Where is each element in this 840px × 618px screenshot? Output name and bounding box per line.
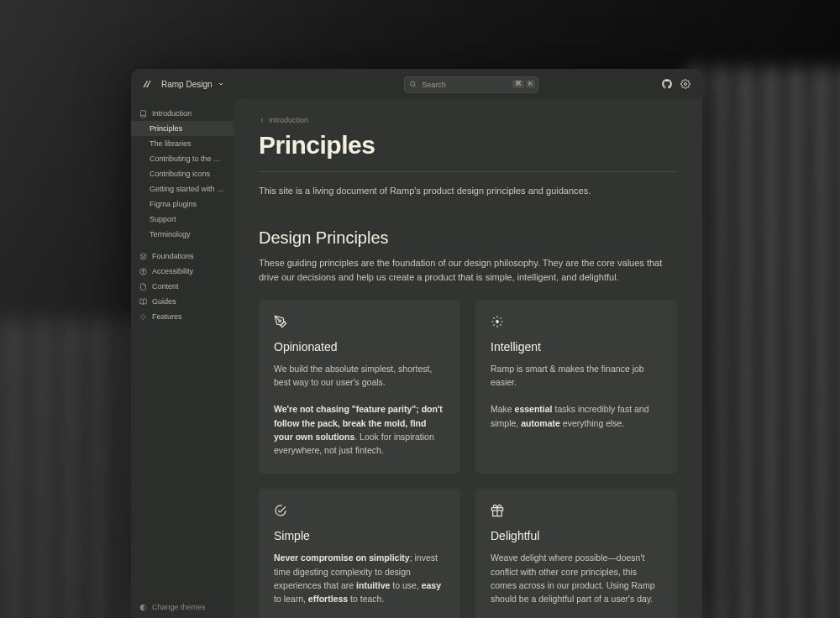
sidebar-item-libraries[interactable]: The libraries (131, 136, 234, 151)
search-wrap: ⌘ K (404, 76, 538, 93)
card-title: Opinionated (274, 340, 445, 354)
sidebar-item-getting-started-figma[interactable]: Getting started with Figm… (131, 181, 234, 196)
book-icon (139, 110, 147, 118)
card-title: Simple (274, 529, 445, 542)
sidebar-group-label: Introduction (152, 109, 192, 118)
svg-point-0 (411, 81, 415, 86)
card-body: Never compromise on simplicity; invest t… (274, 551, 445, 605)
card-title: Intelligent (491, 340, 662, 354)
sidebar-group-features[interactable]: Features (131, 309, 234, 324)
github-icon[interactable] (660, 77, 674, 91)
app-window: Ramp Design ⌘ K (131, 69, 702, 618)
topbar: Ramp Design ⌘ K (131, 69, 702, 99)
kbd-k: K (526, 80, 535, 88)
sidebar-group-foundations[interactable]: Foundations (131, 249, 234, 264)
sidebar-group-label: Guides (152, 297, 176, 306)
section-description: These guiding principles are the foundat… (259, 256, 677, 285)
sidebar-group-accessibility[interactable]: Accessibility (131, 264, 234, 279)
theme-switcher-label: Change themes (152, 603, 206, 611)
svg-line-1 (414, 86, 416, 87)
page-intro: This site is a living document of Ramp's… (259, 184, 677, 198)
sidebar-group-label: Accessibility (152, 267, 193, 275)
workspace-switcher[interactable]: Ramp Design (161, 80, 224, 89)
sidebar-group-label: Foundations (152, 252, 194, 260)
document-icon (139, 283, 147, 291)
sidebar-group-label: Features (152, 312, 182, 321)
sidebar-item-terminology[interactable]: Terminology (131, 227, 234, 242)
svg-point-8 (496, 320, 499, 322)
chevron-down-icon (218, 81, 224, 87)
settings-icon[interactable] (679, 77, 692, 91)
search-shortcut: ⌘ K (512, 80, 535, 88)
principles-grid: Opinionated We build the absolute simple… (259, 300, 677, 618)
sidebar-item-principles[interactable]: Principles (131, 121, 234, 136)
svg-marker-3 (140, 253, 147, 256)
layers-icon (139, 253, 147, 260)
card-delightful: Delightful Weave delight where possible—… (475, 489, 677, 618)
sidebar-item-contributing-icons[interactable]: Contributing icons (131, 166, 234, 181)
card-title: Delightful (491, 529, 662, 542)
breadcrumb[interactable]: Introduction (259, 116, 677, 124)
sidebar-group-guides[interactable]: Guides (131, 294, 234, 309)
card-simple: Simple Never compromise on simplicity; i… (259, 489, 460, 618)
sidebar-item-support[interactable]: Support (131, 212, 234, 227)
card-body: Ramp is smart & makes the finance job ea… (491, 362, 662, 430)
kbd-cmd: ⌘ (512, 80, 524, 88)
check-circle-icon (274, 504, 287, 517)
sidebar-item-figma-plugins[interactable]: Figma plugins (131, 196, 234, 212)
main-content: Introduction Principles This site is a l… (234, 99, 702, 618)
workspace-name: Ramp Design (161, 80, 213, 89)
gift-icon (491, 504, 504, 517)
book-open-icon (139, 298, 147, 306)
sidebar-group-content[interactable]: Content (131, 279, 234, 294)
arrow-left-icon (259, 117, 265, 123)
sidebar-item-contributing-design[interactable]: Contributing to the desig… (131, 151, 234, 166)
section-title: Design Principles (259, 228, 677, 248)
svg-point-7 (279, 320, 281, 322)
svg-point-2 (685, 83, 687, 86)
sparkle-icon (139, 313, 147, 321)
card-body: We build the absolute simplest, shortest… (274, 362, 445, 458)
theme-switcher[interactable]: Change themes (131, 596, 234, 618)
pen-icon (274, 315, 287, 328)
theme-icon (139, 604, 147, 611)
sidebar: Introduction Principles The libraries Co… (131, 99, 234, 618)
sidebar-group-introduction[interactable]: Introduction (131, 106, 234, 121)
search-icon (409, 81, 417, 88)
app-logo (141, 78, 153, 90)
card-intelligent: Intelligent Ramp is smart & makes the fi… (475, 300, 677, 474)
page-title: Principles (259, 131, 677, 160)
card-body: Weave delight where possible—doesn't con… (491, 551, 662, 605)
divider (259, 171, 677, 172)
breadcrumb-parent: Introduction (269, 116, 308, 124)
card-opinionated: Opinionated We build the absolute simple… (259, 300, 460, 474)
sidebar-group-label: Content (152, 282, 179, 291)
accessibility-icon (139, 268, 147, 275)
sparkle-burst-icon (491, 315, 504, 328)
svg-point-5 (143, 270, 144, 270)
